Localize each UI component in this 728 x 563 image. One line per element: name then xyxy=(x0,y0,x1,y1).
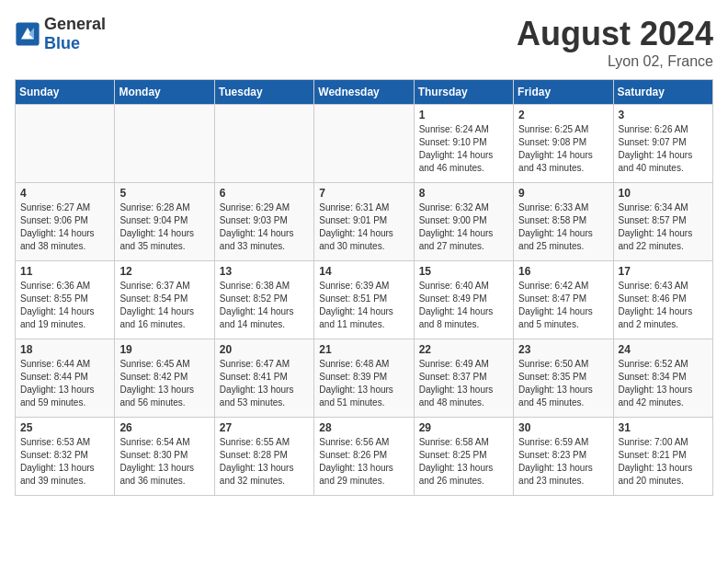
calendar-location: Lyon 02, France xyxy=(517,53,713,70)
calendar-cell xyxy=(115,105,214,183)
day-header-sunday: Sunday xyxy=(16,80,115,105)
day-info: Sunrise: 6:39 AM Sunset: 8:51 PM Dayligh… xyxy=(319,280,408,331)
calendar-header-row: SundayMondayTuesdayWednesdayThursdayFrid… xyxy=(16,80,713,105)
day-number: 10 xyxy=(619,187,708,200)
calendar-cell: 16Sunrise: 6:42 AM Sunset: 8:47 PM Dayli… xyxy=(514,261,613,339)
calendar-cell xyxy=(16,105,115,183)
calendar-cell xyxy=(314,105,414,183)
day-info: Sunrise: 6:32 AM Sunset: 9:00 PM Dayligh… xyxy=(419,201,508,253)
calendar-week-2: 4Sunrise: 6:27 AM Sunset: 9:06 PM Daylig… xyxy=(16,183,713,261)
day-header-tuesday: Tuesday xyxy=(214,80,313,105)
day-number: 4 xyxy=(20,187,109,200)
day-info: Sunrise: 6:28 AM Sunset: 9:04 PM Dayligh… xyxy=(119,201,209,253)
day-number: 15 xyxy=(419,265,508,278)
day-number: 1 xyxy=(419,109,508,121)
calendar-cell: 22Sunrise: 6:49 AM Sunset: 8:37 PM Dayli… xyxy=(414,339,513,418)
calendar-cell: 13Sunrise: 6:38 AM Sunset: 8:52 PM Dayli… xyxy=(214,261,313,339)
day-number: 13 xyxy=(220,265,309,278)
calendar-cell: 25Sunrise: 6:53 AM Sunset: 8:32 PM Dayli… xyxy=(16,418,115,496)
day-info: Sunrise: 6:31 AM Sunset: 9:01 PM Dayligh… xyxy=(319,201,408,253)
calendar-cell xyxy=(214,105,313,183)
day-info: Sunrise: 6:47 AM Sunset: 8:41 PM Dayligh… xyxy=(220,358,309,409)
calendar-cell: 10Sunrise: 6:34 AM Sunset: 8:57 PM Dayli… xyxy=(613,183,712,261)
calendar-week-4: 18Sunrise: 6:44 AM Sunset: 8:44 PM Dayli… xyxy=(16,339,713,418)
day-number: 9 xyxy=(518,187,608,200)
day-number: 26 xyxy=(119,421,209,434)
day-number: 14 xyxy=(319,265,408,278)
day-info: Sunrise: 6:27 AM Sunset: 9:06 PM Dayligh… xyxy=(20,201,109,253)
calendar-cell: 23Sunrise: 6:50 AM Sunset: 8:35 PM Dayli… xyxy=(514,339,613,418)
day-info: Sunrise: 6:49 AM Sunset: 8:37 PM Dayligh… xyxy=(419,358,508,409)
day-header-friday: Friday xyxy=(514,80,613,105)
day-number: 7 xyxy=(319,187,408,200)
day-info: Sunrise: 6:54 AM Sunset: 8:30 PM Dayligh… xyxy=(119,436,209,488)
day-info: Sunrise: 6:38 AM Sunset: 8:52 PM Dayligh… xyxy=(220,280,309,331)
calendar-cell: 11Sunrise: 6:36 AM Sunset: 8:55 PM Dayli… xyxy=(16,261,115,339)
calendar-cell: 26Sunrise: 6:54 AM Sunset: 8:30 PM Dayli… xyxy=(115,418,214,496)
day-number: 6 xyxy=(220,187,309,200)
day-number: 8 xyxy=(419,187,508,200)
day-header-saturday: Saturday xyxy=(613,80,712,105)
day-info: Sunrise: 6:36 AM Sunset: 8:55 PM Dayligh… xyxy=(20,280,109,331)
calendar-cell: 14Sunrise: 6:39 AM Sunset: 8:51 PM Dayli… xyxy=(314,261,414,339)
calendar-cell: 15Sunrise: 6:40 AM Sunset: 8:49 PM Dayli… xyxy=(414,261,513,339)
calendar-cell: 20Sunrise: 6:47 AM Sunset: 8:41 PM Dayli… xyxy=(214,339,313,418)
day-number: 23 xyxy=(518,343,608,356)
day-number: 16 xyxy=(518,265,608,278)
calendar-cell: 1Sunrise: 6:24 AM Sunset: 9:10 PM Daylig… xyxy=(414,105,513,183)
day-number: 31 xyxy=(619,421,708,434)
calendar-cell: 7Sunrise: 6:31 AM Sunset: 9:01 PM Daylig… xyxy=(314,183,414,261)
day-number: 18 xyxy=(20,343,109,356)
day-info: Sunrise: 6:33 AM Sunset: 8:58 PM Dayligh… xyxy=(518,201,608,253)
day-number: 12 xyxy=(119,265,209,278)
day-info: Sunrise: 6:52 AM Sunset: 8:34 PM Dayligh… xyxy=(619,358,708,409)
day-number: 5 xyxy=(119,187,209,200)
day-number: 19 xyxy=(119,343,209,356)
calendar-cell: 27Sunrise: 6:55 AM Sunset: 8:28 PM Dayli… xyxy=(214,418,313,496)
day-number: 21 xyxy=(319,343,408,356)
calendar-title: August 2024 xyxy=(517,15,713,53)
day-info: Sunrise: 6:53 AM Sunset: 8:32 PM Dayligh… xyxy=(20,436,109,488)
calendar-cell: 30Sunrise: 6:59 AM Sunset: 8:23 PM Dayli… xyxy=(514,418,613,496)
day-number: 25 xyxy=(20,421,109,434)
calendar-cell: 2Sunrise: 6:25 AM Sunset: 9:08 PM Daylig… xyxy=(514,105,613,183)
page-header: General Blue August 2024 Lyon 02, France xyxy=(15,15,713,70)
logo-icon xyxy=(15,21,40,47)
calendar-cell: 6Sunrise: 6:29 AM Sunset: 9:03 PM Daylig… xyxy=(214,183,313,261)
day-info: Sunrise: 6:40 AM Sunset: 8:49 PM Dayligh… xyxy=(419,280,508,331)
day-number: 11 xyxy=(20,265,109,278)
day-info: Sunrise: 6:26 AM Sunset: 9:07 PM Dayligh… xyxy=(619,123,708,175)
day-number: 29 xyxy=(419,421,508,434)
day-number: 28 xyxy=(319,421,408,434)
calendar-week-3: 11Sunrise: 6:36 AM Sunset: 8:55 PM Dayli… xyxy=(16,261,713,339)
day-number: 20 xyxy=(220,343,309,356)
day-header-monday: Monday xyxy=(115,80,214,105)
calendar-cell: 21Sunrise: 6:48 AM Sunset: 8:39 PM Dayli… xyxy=(314,339,414,418)
calendar-cell: 5Sunrise: 6:28 AM Sunset: 9:04 PM Daylig… xyxy=(115,183,214,261)
calendar-cell: 29Sunrise: 6:58 AM Sunset: 8:25 PM Dayli… xyxy=(414,418,513,496)
logo: General Blue xyxy=(15,15,106,53)
calendar-cell: 19Sunrise: 6:45 AM Sunset: 8:42 PM Dayli… xyxy=(115,339,214,418)
day-info: Sunrise: 7:00 AM Sunset: 8:21 PM Dayligh… xyxy=(619,436,708,488)
day-number: 17 xyxy=(619,265,708,278)
day-number: 3 xyxy=(619,109,708,121)
day-info: Sunrise: 6:34 AM Sunset: 8:57 PM Dayligh… xyxy=(619,201,708,253)
calendar-cell: 8Sunrise: 6:32 AM Sunset: 9:00 PM Daylig… xyxy=(414,183,513,261)
logo-text: General Blue xyxy=(44,15,106,53)
day-info: Sunrise: 6:58 AM Sunset: 8:25 PM Dayligh… xyxy=(419,436,508,488)
day-info: Sunrise: 6:37 AM Sunset: 8:54 PM Dayligh… xyxy=(119,280,209,331)
calendar-week-5: 25Sunrise: 6:53 AM Sunset: 8:32 PM Dayli… xyxy=(16,418,713,496)
day-info: Sunrise: 6:29 AM Sunset: 9:03 PM Dayligh… xyxy=(220,201,309,253)
calendar-cell: 3Sunrise: 6:26 AM Sunset: 9:07 PM Daylig… xyxy=(613,105,712,183)
day-header-wednesday: Wednesday xyxy=(314,80,414,105)
calendar-week-1: 1Sunrise: 6:24 AM Sunset: 9:10 PM Daylig… xyxy=(16,105,713,183)
calendar-cell: 12Sunrise: 6:37 AM Sunset: 8:54 PM Dayli… xyxy=(115,261,214,339)
calendar-cell: 9Sunrise: 6:33 AM Sunset: 8:58 PM Daylig… xyxy=(514,183,613,261)
calendar-cell: 28Sunrise: 6:56 AM Sunset: 8:26 PM Dayli… xyxy=(314,418,414,496)
day-number: 2 xyxy=(518,109,608,121)
day-info: Sunrise: 6:42 AM Sunset: 8:47 PM Dayligh… xyxy=(518,280,608,331)
day-info: Sunrise: 6:55 AM Sunset: 8:28 PM Dayligh… xyxy=(220,436,309,488)
day-info: Sunrise: 6:44 AM Sunset: 8:44 PM Dayligh… xyxy=(20,358,109,409)
day-number: 30 xyxy=(518,421,608,434)
day-header-thursday: Thursday xyxy=(414,80,513,105)
